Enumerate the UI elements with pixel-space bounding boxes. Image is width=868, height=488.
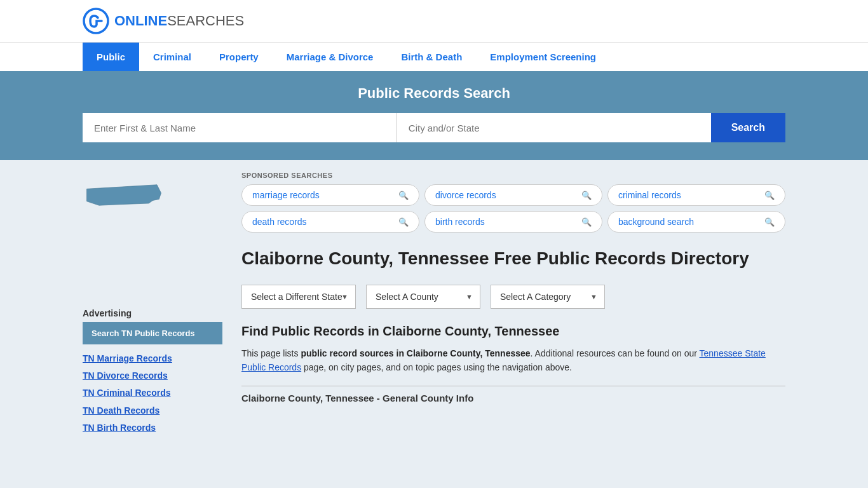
tag-birth-label: birth records [435,217,485,227]
state-dropdown-wrapper: Select a Different State [241,285,356,309]
tag-criminal[interactable]: criminal records 🔍 [607,184,785,206]
tag-death-label: death records [252,217,307,227]
find-body-1: This page lists [241,348,301,358]
section-divider [241,386,785,386]
category-dropdown[interactable]: Select A Category [491,285,605,309]
svg-marker-1 [87,185,161,206]
tag-marriage-label: marriage records [252,190,320,200]
find-body: This page lists public record sources in… [241,346,785,375]
content-area: SPONSORED SEARCHES marriage records 🔍 di… [222,160,785,449]
search-icon-background: 🔍 [764,217,775,227]
sidebar: Advertising Search TN Public Records TN … [83,160,222,449]
state-map-svg [83,173,165,217]
find-heading: Find Public Records in Claiborne County,… [241,324,785,339]
search-icon-marriage: 🔍 [398,191,409,200]
search-icon-criminal: 🔍 [764,191,775,200]
logo-online: ONLINE [114,13,167,29]
find-body-bold: public record sources in Claiborne Count… [301,348,530,358]
advertising-label: Advertising [83,308,222,318]
main-nav: Public Criminal Property Marriage & Divo… [0,42,868,71]
page-title: Claiborne County, Tennessee Free Public … [241,248,749,269]
search-banner: Public Records Search Search [0,71,868,160]
county-dropdown-wrapper: Select A County [366,285,480,309]
dropdowns: Select a Different State Select A County… [241,285,785,309]
nav-item-property[interactable]: Property [205,43,273,71]
tag-marriage[interactable]: marriage records 🔍 [241,184,419,206]
search-form: Search [83,113,785,142]
search-banner-title: Public Records Search [83,85,785,102]
tag-background-label: background search [618,217,694,227]
tn-map [83,173,222,219]
header: ONLINE SEARCHES [0,0,868,42]
nav-item-employment[interactable]: Employment Screening [476,43,610,71]
general-info-title: Claiborne County, Tennessee - General Co… [241,393,785,403]
sidebar-link-death[interactable]: TN Death Records [83,403,222,419]
sidebar-links: TN Marriage Records TN Divorce Records T… [83,351,222,436]
tag-birth[interactable]: birth records 🔍 [424,211,602,233]
logo-searches: SEARCHES [167,13,244,29]
category-dropdown-wrapper: Select A Category [491,285,605,309]
search-icon-birth: 🔍 [581,217,592,227]
search-location-input[interactable] [397,113,711,142]
tag-divorce-label: divorce records [435,190,496,200]
main-container: Advertising Search TN Public Records TN … [0,160,868,449]
sidebar-link-marriage[interactable]: TN Marriage Records [83,351,222,367]
tag-divorce[interactable]: divorce records 🔍 [424,184,602,206]
logo-icon [83,8,109,34]
page-title-section: Claiborne County, Tennessee Free Public … [241,248,785,269]
search-tags: marriage records 🔍 divorce records 🔍 cri… [241,184,785,233]
sidebar-link-divorce[interactable]: TN Divorce Records [83,368,222,384]
state-dropdown[interactable]: Select a Different State [241,285,356,309]
nav-item-public[interactable]: Public [83,43,139,71]
search-name-input[interactable] [83,113,397,142]
logo[interactable]: ONLINE SEARCHES [83,8,244,34]
sidebar-link-criminal[interactable]: TN Criminal Records [83,385,222,401]
tag-death[interactable]: death records 🔍 [241,211,419,233]
search-button[interactable]: Search [711,113,785,142]
tag-criminal-label: criminal records [618,190,681,200]
nav-item-marriage-divorce[interactable]: Marriage & Divorce [273,43,388,71]
search-icon-death: 🔍 [398,217,409,227]
find-body-3: page, on city pages, and on topic pages … [301,362,572,372]
ad-box[interactable]: Search TN Public Records [83,322,222,344]
search-icon-divorce: 🔍 [581,191,592,200]
find-body-2: . Additional resources can be found on o… [531,348,700,358]
sidebar-link-birth[interactable]: TN Birth Records [83,420,222,436]
find-section: Find Public Records in Claiborne County,… [241,324,785,404]
logo-text: ONLINE SEARCHES [114,13,244,29]
title-content: Claiborne County, Tennessee Free Public … [241,248,749,269]
tag-background[interactable]: background search 🔍 [607,211,785,233]
sponsored-label: SPONSORED SEARCHES [241,172,785,179]
nav-item-birth-death[interactable]: Birth & Death [387,43,476,71]
nav-item-criminal[interactable]: Criminal [139,43,205,71]
county-dropdown[interactable]: Select A County [366,285,480,309]
